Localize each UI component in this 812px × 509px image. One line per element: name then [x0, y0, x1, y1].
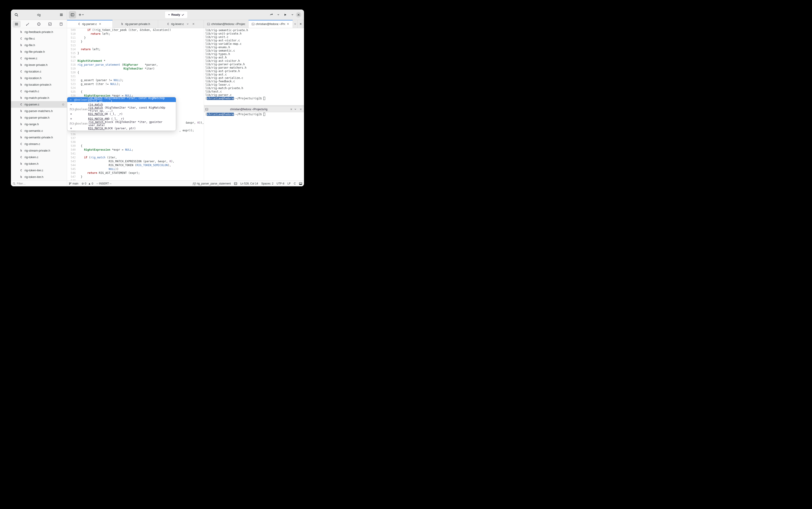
chevron-down-icon[interactable]	[294, 108, 296, 110]
close-icon[interactable]: ✕	[289, 107, 293, 111]
sidebar: hrig-feedback-private.hCrig-file.chrig-f…	[11, 20, 67, 186]
completion-kind-icon: ⊕	[70, 112, 73, 115]
filetype-icon: h	[20, 109, 23, 113]
tab-label: rig-parser.c	[82, 22, 97, 26]
search-icon[interactable]	[13, 11, 20, 19]
completion-item[interactable]: ★gbooleanrig_match (RigTokenIter *iter, …	[67, 97, 176, 102]
terminal-2[interactable]: [christian@fedora:~/Projects/rig]$	[204, 112, 304, 180]
close-panel-icon[interactable]: ✕	[299, 107, 303, 111]
file-item[interactable]: Crig-location.c	[11, 68, 67, 75]
file-item[interactable]: hrig-file-private.h	[11, 48, 67, 55]
editor-tab[interactable]: hrig-parser-private.h	[113, 20, 158, 28]
file-item[interactable]: hrig-file.h	[11, 42, 67, 48]
file-item[interactable]: hrig-stream-private.h	[11, 147, 67, 154]
build-status-pill[interactable]: Ready	[165, 11, 188, 19]
completion-popup[interactable]: ★gbooleanrig_match (RigTokenIter *iter, …	[67, 97, 176, 131]
file-item[interactable]: Crig-parser.c	[11, 101, 67, 108]
file-item[interactable]: Crig-token-iter.c	[11, 167, 67, 174]
run-menu-icon[interactable]	[290, 11, 294, 19]
debug-tab[interactable]	[35, 21, 43, 28]
toggle-bottom-panel-button[interactable]	[299, 182, 302, 185]
file-item[interactable]: hrig-match-private.h	[11, 95, 67, 101]
tab-dropdown-icon[interactable]	[293, 20, 297, 28]
todo-tab[interactable]	[46, 21, 54, 28]
file-name: rig-parser-private.h	[25, 116, 49, 119]
completion-item[interactable]: ƒ{}gbooleanrig_match_block (RigTokenIter…	[67, 121, 176, 126]
editor-tab[interactable]: Crig-lexer.c✕	[158, 20, 204, 28]
file-item[interactable]: Crig-lexer.c	[11, 55, 67, 62]
close-icon[interactable]: ✕	[98, 22, 102, 26]
file-item[interactable]: Crig-file.c	[11, 35, 67, 42]
filter-bar[interactable]: Filter…	[11, 180, 67, 186]
toggle-panel-button[interactable]	[234, 182, 237, 185]
tab-label: rig-lexer.c	[171, 22, 184, 26]
project-tree-tab[interactable]	[12, 21, 21, 28]
svg-point-6	[15, 25, 15, 25]
terminal-1[interactable]: lib/rig-semantic-private.h lib/rig-unit-…	[204, 28, 304, 105]
file-item[interactable]: hrig-location.h	[11, 75, 67, 81]
cursor-position[interactable]: Ln 528, Col 14	[240, 182, 258, 185]
filetype-icon: h	[20, 149, 23, 152]
line-ending[interactable]: LF	[287, 182, 291, 185]
tab-label: christian@fedora:~/Projects/rig	[211, 22, 245, 26]
file-name: rig-parser.c	[25, 103, 39, 106]
file-item[interactable]: hrig-lexer-private.h	[11, 62, 67, 68]
vcs-tab[interactable]	[24, 21, 32, 28]
svg-point-5	[15, 24, 15, 24]
file-name: rig-match-private.h	[25, 96, 49, 100]
file-item[interactable]: Crig-stream.c	[11, 141, 67, 147]
tab-dropdown-icon[interactable]	[185, 23, 190, 25]
file-tree[interactable]: hrig-feedback-private.hCrig-file.chrig-f…	[11, 28, 67, 180]
close-icon[interactable]: ✕	[191, 22, 195, 26]
terminal-tab-label[interactable]: christian@fedora:~/Projects/rig	[209, 108, 288, 111]
svg-point-7	[26, 25, 27, 26]
filetype-icon: C	[20, 156, 23, 159]
vim-mode: -- INSERT --	[96, 182, 111, 185]
new-button[interactable]	[77, 11, 85, 19]
branch-indicator[interactable]: main	[69, 182, 78, 185]
branch-icon	[69, 182, 72, 185]
headerbar: rig Ready	[11, 9, 304, 20]
terminal-tab[interactable]: christian@fedora:~/Projects/rig	[204, 20, 249, 28]
symbol-path[interactable]: ƒ{} rig_parser_parse_statement	[192, 182, 231, 185]
ide-window: rig Ready	[11, 9, 304, 186]
file-item[interactable]: hrig-parser-matchers.h	[11, 108, 67, 114]
indent-setting[interactable]: Spaces: 2	[261, 182, 273, 185]
build-button[interactable]	[268, 11, 275, 19]
file-item[interactable]: Crig-token.c	[11, 154, 67, 161]
file-item[interactable]: hrig-location-private.h	[11, 81, 67, 88]
toggle-sidebar-button[interactable]	[69, 11, 76, 19]
project-search-input[interactable]: rig	[21, 13, 56, 16]
filetype-icon: C	[77, 23, 81, 26]
file-item[interactable]: hrig-parser-private.h	[11, 114, 67, 121]
file-item[interactable]: hrig-semantic-private.h	[11, 134, 67, 141]
file-name: rig-token-iter.c	[25, 169, 43, 172]
run-button[interactable]	[282, 11, 289, 19]
encoding[interactable]: UTF-8	[277, 182, 284, 185]
file-name: rig-file.c	[25, 37, 35, 40]
close-panel-icon[interactable]: ✕	[297, 20, 304, 28]
file-item[interactable]: Crig-match.c	[11, 88, 67, 95]
main-area: Crig-parser.c✕hrig-parser-private.hCrig-…	[67, 20, 304, 186]
close-icon[interactable]: ✕	[286, 22, 289, 26]
file-item[interactable]: hrig-token-iter.h	[11, 174, 67, 180]
completion-item[interactable]: ƒ{}gbooleanrig_match (RigTokenIter *iter…	[67, 107, 176, 111]
file-name: rig-feedback-private.h	[25, 30, 53, 34]
editor-tab[interactable]: Crig-parser.c✕	[67, 20, 113, 28]
terminal-tab[interactable]: christian@fedora:~/Projects✕	[249, 20, 293, 28]
file-name: rig-stream.c	[25, 142, 40, 146]
file-item[interactable]: hrig-token.h	[11, 161, 67, 167]
file-item[interactable]: hrig-feedback-private.h	[11, 29, 67, 35]
function-icon: ƒ{}	[192, 182, 196, 185]
file-name: rig-location-private.h	[25, 83, 51, 86]
tests-tab[interactable]	[57, 21, 65, 28]
file-name: rig-token-iter.h	[25, 175, 43, 179]
hamburger-menu-icon[interactable]	[58, 11, 65, 19]
close-window-button[interactable]	[296, 12, 301, 18]
file-item[interactable]: hrig-range.h	[11, 121, 67, 128]
filetype-icon: h	[20, 162, 23, 165]
language[interactable]: C	[294, 182, 296, 185]
build-menu-icon[interactable]	[276, 11, 280, 19]
file-item[interactable]: Crig-semantic.c	[11, 128, 67, 134]
diagnostics[interactable]: ⊘0 ▲0	[81, 182, 93, 185]
